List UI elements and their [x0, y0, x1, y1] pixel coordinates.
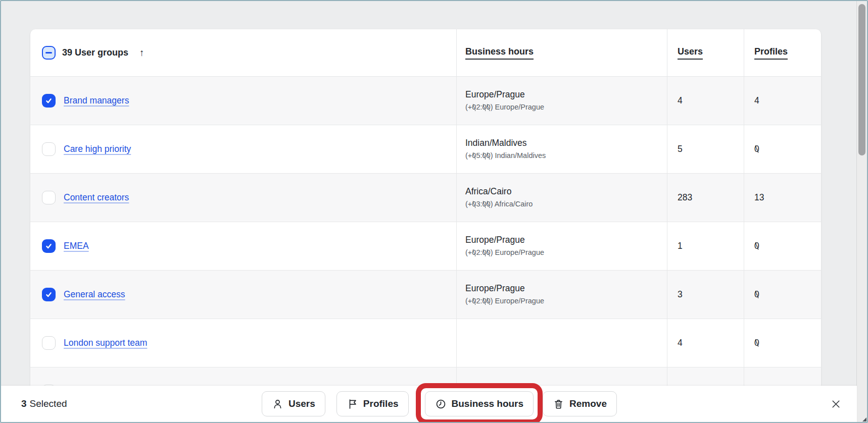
timezone-offset-label: (+03:00) Africa/Cairo — [465, 200, 533, 208]
timezone-label: Africa/Cairo — [465, 186, 511, 197]
users-count-cell — [667, 367, 744, 386]
group-name-link[interactable]: Brand managers — [64, 95, 129, 106]
row-checkbox[interactable] — [42, 191, 56, 204]
business-hours-cell: Africa/Cairo (+03:00) Africa/Cairo — [456, 174, 667, 222]
selection-summary: 3 Selected — [21, 386, 67, 422]
group-name-cell: London support team — [30, 319, 456, 367]
timezone-offset-label: (+05:00) Indian/Maldives — [465, 151, 546, 160]
corner-grip-icon — [862, 417, 866, 421]
group-name-cell: Care high priority — [30, 125, 456, 173]
user-groups-table: 39 User groups ↑ Business hours Users Pr… — [30, 29, 821, 386]
column-header-profiles[interactable]: Profiles — [754, 46, 788, 60]
users-count-cell: 3 — [667, 271, 744, 319]
table-row — [30, 367, 821, 386]
select-all-checkbox[interactable] — [42, 46, 56, 60]
group-name-cell: General access — [30, 271, 456, 319]
business-hours-cell — [456, 319, 667, 367]
profiles-count-cell: 0 — [744, 319, 821, 367]
timezone-label: Europe/Prague — [465, 235, 525, 245]
row-checkbox[interactable] — [42, 142, 56, 156]
indeterminate-dash-icon — [45, 52, 52, 54]
profiles-count-cell — [744, 367, 821, 386]
table-row: EMEA Europe/Prague (+02:00) Europe/Pragu… — [30, 222, 821, 271]
business-hours-cell: Europe/Prague (+02:00) Europe/Prague — [456, 222, 667, 270]
row-checkbox[interactable] — [42, 288, 56, 301]
flag-icon — [347, 398, 358, 410]
timezone-offset-label: (+02:00) Europe/Prague — [465, 297, 544, 305]
profiles-count-cell: 0 — [744, 125, 821, 173]
users-count-cell: 4 — [667, 77, 744, 125]
trash-icon — [553, 398, 564, 410]
group-name-link[interactable]: Content creators — [64, 192, 129, 203]
group-name-link[interactable]: EMEA — [64, 241, 89, 251]
bulk-business-hours-button[interactable]: Business hours — [425, 391, 534, 416]
header-cell-profiles: Profiles — [744, 29, 821, 76]
profiles-count-cell: 13 — [744, 174, 821, 222]
group-count-label: 39 User groups — [62, 47, 128, 58]
group-name-cell: Brand managers — [30, 77, 456, 125]
users-count-cell: 1 — [667, 222, 744, 270]
close-bulk-bar-button[interactable] — [830, 386, 842, 422]
table-row: Brand managers Europe/Prague (+02:00) Eu… — [30, 77, 821, 125]
user-icon — [272, 398, 283, 410]
clock-icon — [435, 398, 447, 410]
sort-ascending-icon[interactable]: ↑ — [139, 47, 144, 59]
bulk-profiles-label: Profiles — [363, 398, 399, 409]
group-name-link[interactable]: General access — [64, 289, 125, 300]
business-hours-cell: Indian/Maldives (+05:00) Indian/Maldives — [456, 125, 667, 173]
header-cell-business-hours: Business hours — [456, 29, 667, 76]
row-checkbox[interactable] — [42, 239, 56, 253]
profiles-count-cell: 4 — [744, 77, 821, 125]
business-hours-highlight: Business hours — [425, 391, 534, 416]
bulk-action-bar: 3 Selected Users Profiles — [1, 386, 857, 422]
column-header-users[interactable]: Users — [678, 46, 703, 60]
group-name-link[interactable]: Care high priority — [64, 144, 131, 154]
bulk-users-label: Users — [288, 398, 315, 409]
profiles-count-cell: 0 — [744, 222, 821, 270]
timezone-label: Indian/Maldives — [465, 138, 527, 148]
user-groups-screen: 39 User groups ↑ Business hours Users Pr… — [0, 0, 868, 423]
bulk-business-hours-label: Business hours — [452, 398, 524, 409]
business-hours-cell: Europe/Prague (+02:00) Europe/Prague — [456, 271, 667, 319]
profiles-count-cell: 0 — [744, 271, 821, 319]
table-row: Content creators Africa/Cairo (+03:00) A… — [30, 174, 821, 222]
users-count-cell: 5 — [667, 125, 744, 173]
close-icon — [830, 398, 842, 410]
bulk-remove-button[interactable]: Remove — [543, 391, 617, 416]
group-name-cell: Content creators — [30, 174, 456, 222]
users-count-cell: 283 — [667, 174, 744, 222]
bulk-users-button[interactable]: Users — [262, 391, 325, 416]
users-count-cell: 4 — [667, 319, 744, 367]
timezone-label: Europe/Prague — [465, 89, 525, 100]
selected-count: 3 — [21, 398, 27, 409]
table-body: Brand managers Europe/Prague (+02:00) Eu… — [30, 77, 821, 386]
column-header-business-hours[interactable]: Business hours — [465, 46, 534, 60]
group-name-link[interactable]: London support team — [64, 338, 147, 348]
bulk-profiles-button[interactable]: Profiles — [336, 391, 409, 416]
bulk-actions: Users Profiles Business hours — [262, 391, 617, 416]
row-checkbox[interactable] — [42, 94, 56, 108]
business-hours-cell: Europe/Prague (+02:00) Europe/Prague — [456, 77, 667, 125]
row-checkbox[interactable] — [42, 336, 56, 350]
timezone-label: Europe/Prague — [465, 283, 525, 294]
timezone-offset-label: (+02:00) Europe/Prague — [465, 248, 544, 257]
header-cell-users: Users — [667, 29, 744, 76]
table-row: London support team 4 0 — [30, 319, 821, 367]
bulk-remove-label: Remove — [569, 398, 607, 409]
table-row: General access Europe/Prague (+02:00) Eu… — [30, 271, 821, 319]
scrollbar-thumb[interactable] — [858, 4, 865, 155]
selected-label: Selected — [30, 398, 67, 409]
header-cell-user-groups: 39 User groups ↑ — [30, 29, 456, 76]
table-header: 39 User groups ↑ Business hours Users Pr… — [30, 29, 821, 77]
table-row: Care high priority Indian/Maldives (+05:… — [30, 125, 821, 174]
business-hours-cell — [456, 367, 667, 386]
group-name-cell — [30, 367, 456, 386]
group-name-cell: EMEA — [30, 222, 456, 270]
timezone-offset-label: (+02:00) Europe/Prague — [465, 103, 544, 112]
